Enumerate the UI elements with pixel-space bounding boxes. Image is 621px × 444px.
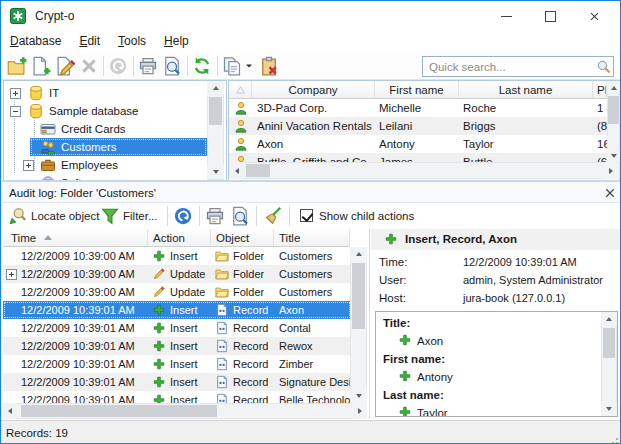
maximize-button[interactable] bbox=[528, 1, 572, 31]
audit-log-row[interactable]: 12/2/2009 10:39:01 AM Insert Record Sign… bbox=[3, 373, 350, 391]
scroll-up-button[interactable] bbox=[350, 247, 367, 261]
audit-log-row-selected[interactable]: 12/2/2009 10:39:01 AM Insert Record Axon bbox=[3, 301, 350, 319]
records-horizontal-scrollbar[interactable] bbox=[229, 162, 620, 179]
audit-close-button[interactable] bbox=[604, 187, 616, 199]
audit-log-row[interactable]: 12/2/2009 10:39:00 AM Update Folder Cust… bbox=[3, 283, 350, 301]
scrollbar-thumb[interactable] bbox=[608, 96, 619, 124]
scrollbar-thumb[interactable] bbox=[209, 97, 222, 125]
audit-log-row[interactable]: 12/2/2009 10:39:01 AM Insert Record Rewo… bbox=[3, 337, 350, 355]
quick-search-button[interactable] bbox=[596, 59, 611, 74]
tree-item-employees[interactable]: Employees bbox=[4, 156, 207, 174]
delete-button[interactable] bbox=[79, 56, 99, 76]
person-icon bbox=[234, 155, 248, 162]
show-child-actions-label[interactable]: Show child actions bbox=[319, 207, 414, 225]
tree-item-customers[interactable]: Customers bbox=[30, 138, 207, 156]
show-child-actions-checkbox[interactable] bbox=[300, 209, 313, 222]
scrollbar-thumb[interactable] bbox=[246, 164, 270, 177]
record-icon bbox=[215, 375, 229, 389]
preview-button[interactable] bbox=[162, 56, 182, 76]
time-column-header[interactable]: Time bbox=[3, 229, 148, 247]
expand-icon[interactable] bbox=[23, 160, 34, 171]
record-icon-column-header[interactable] bbox=[229, 81, 252, 99]
close-icon bbox=[589, 11, 600, 22]
scroll-down-button[interactable] bbox=[607, 149, 620, 162]
record-row[interactable]: Buttle, Griffith and Co James Buttle (61… bbox=[229, 153, 607, 162]
edit-button[interactable] bbox=[55, 56, 75, 76]
record-row[interactable]: 3D-Pad Corp. Michelle Roche 1 43 60 bbox=[229, 99, 607, 117]
scroll-up-button[interactable] bbox=[601, 312, 617, 326]
copy-dropdown-button[interactable] bbox=[243, 60, 255, 72]
audit-panel-header[interactable]: Audit log: Folder 'Customers' bbox=[2, 180, 621, 203]
insert-icon bbox=[153, 304, 165, 316]
clear-log-button[interactable] bbox=[262, 206, 282, 226]
expand-icon[interactable] bbox=[10, 88, 21, 99]
undo-button[interactable] bbox=[108, 56, 128, 76]
scrollbar-thumb[interactable] bbox=[352, 263, 365, 329]
filter-button[interactable]: Filter... bbox=[101, 206, 158, 226]
scroll-down-button[interactable] bbox=[601, 402, 617, 416]
scroll-up-button[interactable] bbox=[207, 81, 224, 95]
copy-button[interactable] bbox=[222, 56, 242, 76]
minimize-button[interactable] bbox=[484, 1, 528, 31]
expand-icon[interactable] bbox=[6, 269, 17, 280]
locate-object-button[interactable]: Locate object bbox=[9, 206, 99, 226]
tree-item-it[interactable]: IT bbox=[4, 84, 207, 102]
window-title: Crypt-o bbox=[35, 1, 74, 32]
record-row[interactable]: Anini Vacation Rentals Leilani Briggs (8… bbox=[229, 117, 607, 135]
phone-column-header[interactable]: Phone bbox=[593, 81, 607, 99]
audit-log-row[interactable]: 12/2/2009 10:39:00 AM Insert Folder Cust… bbox=[3, 247, 350, 265]
last-name-column-header[interactable]: Last name bbox=[459, 81, 593, 99]
company-column-header[interactable]: Company bbox=[252, 81, 375, 99]
audit-title-cell: Zimber bbox=[279, 355, 313, 373]
audit-log-row[interactable]: 12/2/2009 10:39:01 AM Insert Record Zimb… bbox=[3, 355, 350, 373]
resize-grip[interactable] bbox=[616, 438, 618, 440]
audit-print-button[interactable] bbox=[205, 206, 225, 226]
menu-tools[interactable]: Tools bbox=[109, 32, 155, 48]
title-bar[interactable]: Crypt-o bbox=[1, 1, 620, 32]
refresh-button[interactable] bbox=[192, 56, 212, 76]
record-row[interactable]: Axon Antony Taylor 162-405 bbox=[229, 135, 607, 153]
scroll-right-button[interactable] bbox=[603, 162, 618, 179]
audit-log-row[interactable]: 12/2/2009 10:39:00 AM Update Folder Cust… bbox=[3, 265, 350, 283]
scroll-up-button[interactable] bbox=[607, 81, 620, 94]
collapse-icon[interactable] bbox=[10, 106, 21, 117]
audit-time: 12/2/2009 10:39:00 AM bbox=[21, 265, 135, 283]
menu-help[interactable]: Help bbox=[155, 32, 198, 48]
close-button[interactable] bbox=[572, 1, 616, 31]
scrollbar-thumb[interactable] bbox=[21, 405, 217, 417]
column-label: Phone bbox=[597, 84, 607, 96]
record-company: 3D-Pad Corp. bbox=[257, 99, 377, 117]
folder-icon bbox=[215, 249, 229, 263]
audit-refresh-button[interactable] bbox=[173, 206, 193, 226]
scroll-left-button[interactable] bbox=[229, 162, 244, 179]
audit-log-row[interactable]: 12/2/2009 10:39:01 AM Insert Record Cont… bbox=[3, 319, 350, 337]
action-column-header[interactable]: Action bbox=[148, 229, 211, 247]
scroll-left-button[interactable] bbox=[3, 403, 17, 419]
scrollbar-thumb[interactable] bbox=[603, 328, 615, 358]
audit-log-row[interactable]: 12/2/2009 10:39:01 AM Insert Record Bell… bbox=[3, 391, 350, 403]
first-name-column-header[interactable]: First name bbox=[375, 81, 459, 99]
details-splitter[interactable] bbox=[369, 229, 370, 419]
new-record-button[interactable] bbox=[31, 56, 51, 76]
title-column-header[interactable]: Title bbox=[274, 229, 350, 247]
locate-object-icon bbox=[9, 207, 27, 225]
record-last-name: Briggs bbox=[463, 117, 591, 135]
print-button[interactable] bbox=[138, 56, 158, 76]
new-folder-button[interactable] bbox=[7, 56, 27, 76]
audit-preview-button[interactable] bbox=[230, 206, 250, 226]
scroll-down-button[interactable] bbox=[350, 389, 367, 403]
tree-item-sample-database[interactable]: Sample database bbox=[4, 102, 207, 120]
scroll-down-button[interactable] bbox=[207, 165, 224, 179]
tree-item-credit-cards[interactable]: Credit Cards bbox=[4, 120, 207, 138]
records-count: Records: 19 bbox=[6, 424, 68, 442]
paste-button[interactable] bbox=[259, 56, 279, 76]
menu-database[interactable]: Database bbox=[1, 32, 70, 48]
insert-icon bbox=[153, 358, 165, 370]
menu-edit[interactable]: Edit bbox=[70, 32, 109, 48]
scroll-right-button[interactable] bbox=[353, 403, 367, 419]
object-column-header[interactable]: Object bbox=[211, 229, 274, 247]
broom-icon bbox=[262, 206, 282, 226]
status-bar: Records: 19 bbox=[1, 420, 621, 444]
audit-detail-header: Insert, Record, Axon bbox=[371, 229, 620, 250]
quick-search-input[interactable] bbox=[422, 56, 614, 77]
